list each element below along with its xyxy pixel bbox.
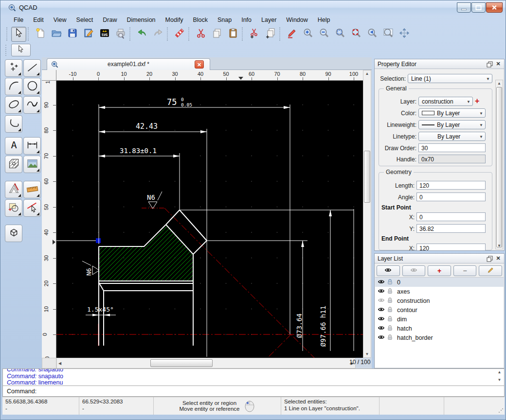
scroll-down-icon[interactable]: ▼	[496, 244, 503, 248]
auto-zoom-button[interactable]	[332, 27, 347, 42]
block-tool-button[interactable]	[5, 199, 22, 217]
tab-close-button[interactable]: ✕	[195, 60, 204, 69]
layer-row-contour[interactable]: contour	[375, 305, 504, 315]
menu-dimension[interactable]: Dimension	[123, 16, 160, 24]
menu-block[interactable]: Block	[188, 16, 212, 24]
paste-button[interactable]	[225, 27, 240, 42]
point-tool-button[interactable]	[5, 59, 22, 77]
lock-icon[interactable]	[386, 324, 394, 333]
vertical-scrollbar[interactable]: ▲ ▼	[363, 70, 371, 358]
menu-snap[interactable]: Snap	[213, 16, 236, 24]
menu-help[interactable]: Help	[313, 16, 335, 24]
copy-button[interactable]	[209, 27, 224, 42]
end-x-input[interactable]: 120	[416, 244, 486, 250]
layer-row-axes[interactable]: axes	[375, 287, 504, 296]
menu-window[interactable]: Window	[282, 16, 312, 24]
eye-visible-icon[interactable]	[378, 315, 385, 324]
layer-row-hatch[interactable]: hatch	[375, 324, 504, 333]
dimension-tool-button[interactable]	[23, 137, 41, 155]
title-bar[interactable]: QCAD	[0, 0, 506, 15]
print-preview-button[interactable]	[113, 27, 128, 42]
close-button[interactable]	[486, 2, 503, 13]
copy-reference-button[interactable]	[263, 27, 278, 42]
menu-file[interactable]: File	[9, 16, 28, 24]
cad-canvas[interactable]: N6 75 0 0.05 42.43 31.83±0.1 1.5x45° N6 …	[56, 81, 363, 358]
select-arrow-button[interactable]	[11, 27, 26, 42]
eraser-button[interactable]	[172, 27, 187, 42]
hide-all-layers-button[interactable]	[402, 265, 426, 276]
minimize-button[interactable]	[457, 2, 471, 13]
layer-row-0[interactable]: 0	[375, 278, 504, 287]
ruler-tool-button[interactable]	[23, 181, 41, 198]
redo-button[interactable]	[150, 27, 165, 42]
new-file-button[interactable]	[33, 27, 48, 42]
save-button[interactable]	[65, 27, 80, 42]
float-panel-icon[interactable]	[486, 255, 493, 262]
open-folder-button[interactable]	[49, 27, 64, 42]
menu-edit[interactable]: Edit	[29, 16, 48, 24]
lock-icon[interactable]	[386, 315, 394, 324]
polyline-tool-button[interactable]	[5, 115, 22, 133]
menu-view[interactable]: View	[49, 16, 71, 24]
zoom-in-button[interactable]	[300, 27, 315, 42]
ellipse-tool-button[interactable]	[5, 96, 22, 114]
modify-tool-button[interactable]	[23, 199, 41, 217]
arc-tool-button[interactable]	[5, 78, 22, 95]
eye-visible-icon[interactable]	[378, 287, 385, 296]
line-tool-button[interactable]	[23, 59, 41, 77]
menu-info[interactable]: Info	[237, 16, 256, 24]
zoom-window-button[interactable]	[380, 27, 396, 42]
scroll-up-icon[interactable]: ▲	[496, 370, 503, 374]
layer-row-construction[interactable]: construction	[375, 296, 504, 305]
linetype-combo[interactable]: By Layer▼	[418, 132, 486, 141]
scroll-down-icon[interactable]: ▼	[363, 352, 371, 356]
zoom-selection-button[interactable]	[348, 27, 363, 42]
tab-example01[interactable]: example01.dxf * ✕	[47, 58, 210, 70]
cut-button[interactable]	[193, 27, 208, 42]
property-editor-title[interactable]: Property Editor ✕	[375, 59, 504, 69]
close-panel-icon[interactable]: ✕	[494, 60, 502, 68]
eye-visible-icon[interactable]	[378, 278, 385, 287]
float-panel-icon[interactable]	[486, 60, 493, 68]
spline-tool-button[interactable]	[23, 96, 41, 114]
add-layer-icon[interactable]: +	[475, 97, 485, 105]
vertical-scroll-thumb[interactable]	[364, 151, 370, 203]
menu-select[interactable]: Select	[72, 16, 98, 24]
text-tool-button[interactable]: A	[5, 137, 22, 155]
layer-combo[interactable]: construction▼	[418, 97, 473, 106]
property-scrollbar[interactable]: ▲ ▼	[495, 80, 503, 249]
edit-drawing-button[interactable]	[81, 27, 96, 42]
show-all-layers-button[interactable]	[377, 265, 400, 276]
zoom-out-button[interactable]	[316, 27, 331, 42]
maximize-button[interactable]	[471, 2, 486, 13]
undo-button[interactable]	[134, 27, 149, 42]
image-tool-button[interactable]	[23, 156, 41, 173]
selection-tool-button[interactable]	[11, 44, 31, 56]
draw-pencil-button[interactable]	[284, 27, 299, 42]
scroll-up-icon[interactable]: ▲	[496, 81, 503, 86]
property-scroll-thumb[interactable]	[496, 87, 502, 247]
eye-visible-icon[interactable]	[378, 324, 385, 333]
menu-layer[interactable]: Layer	[257, 16, 281, 24]
scroll-left-icon[interactable]: ◀	[58, 361, 61, 366]
layer-row-hatch_border[interactable]: hatch_border	[375, 333, 504, 342]
lock-icon[interactable]	[386, 297, 394, 305]
angle-input[interactable]: 0	[416, 192, 486, 201]
scroll-down-icon[interactable]: ▼	[496, 378, 503, 382]
add-layer-button[interactable]: +	[428, 265, 451, 276]
layer-row-dim[interactable]: dim	[375, 315, 504, 324]
eye-hidden-icon[interactable]	[378, 297, 385, 305]
lineweight-combo[interactable]: By Layer▼	[418, 120, 486, 129]
scroll-up-icon[interactable]: ▲	[363, 71, 371, 76]
lock-icon[interactable]	[386, 287, 394, 296]
cut-reference-button[interactable]	[247, 27, 262, 42]
eye-visible-icon[interactable]	[378, 333, 385, 342]
lock-icon[interactable]	[386, 333, 394, 342]
remove-layer-button[interactable]: −	[453, 265, 477, 276]
measure-tool-button[interactable]	[5, 181, 22, 198]
horizontal-scrollbar[interactable]: ◀ ▶	[56, 358, 356, 368]
close-panel-icon[interactable]: ✕	[494, 255, 502, 262]
length-input[interactable]: 120	[416, 181, 486, 190]
circle-tool-button[interactable]	[23, 78, 41, 95]
menu-modify[interactable]: Modify	[161, 16, 188, 24]
